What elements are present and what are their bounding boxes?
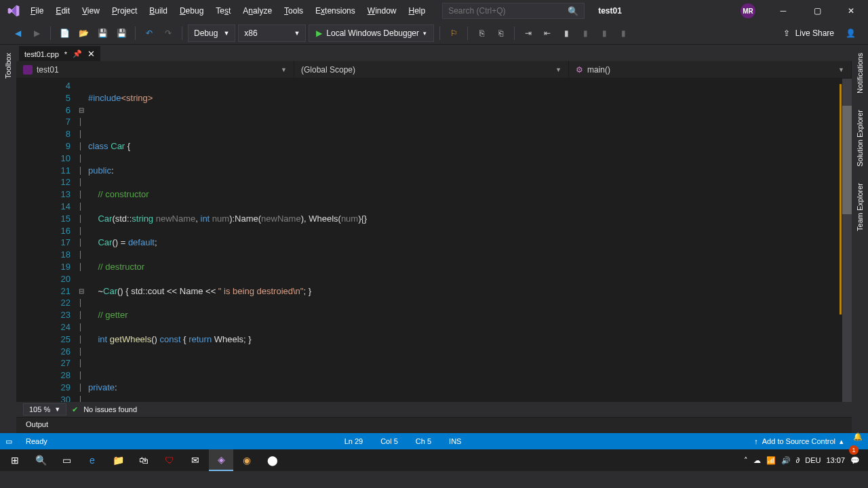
status-ins: INS (445, 437, 465, 445)
tray-notify-icon[interactable]: 💬 (850, 456, 860, 465)
account-button[interactable]: 👤 (842, 25, 859, 41)
menu-extensions[interactable]: Extensions (309, 2, 361, 20)
code-content[interactable]: #include<string> class Car { public: // … (88, 79, 842, 402)
menu-analyze[interactable]: Analyze (237, 2, 278, 20)
tab-label: test01.cpp (24, 50, 59, 58)
menu-tools[interactable]: Tools (278, 2, 309, 20)
mcafee-icon[interactable]: 🛡 (157, 449, 182, 471)
project-name: test01 (598, 6, 622, 16)
tb-icon-3[interactable]: ⎗ (492, 25, 509, 41)
status-icon: ▭ (5, 437, 12, 446)
tray-chevron-icon[interactable]: ˄ (744, 456, 748, 465)
redo-button[interactable]: ↷ (160, 25, 176, 41)
live-share-button[interactable]: ⇪ Live Share (778, 28, 840, 38)
code-editor[interactable]: 4567891011121314151617181920212223242526… (16, 79, 852, 402)
tray-time[interactable]: 13:07 (826, 456, 845, 464)
run-button[interactable]: ▶Local Windows Debugger▾ (309, 24, 434, 42)
menu-edit[interactable]: Edit (50, 2, 76, 20)
right-rail: Notifications Solution Explorer Team Exp… (852, 45, 868, 433)
save-all-button[interactable]: 💾 (113, 25, 130, 41)
tray-onedrive-icon[interactable]: ∂ (796, 456, 800, 464)
status-col: Col 5 (376, 437, 402, 445)
menu-debug[interactable]: Debug (174, 2, 210, 20)
status-ready: Ready (22, 437, 52, 445)
menu-window[interactable]: Window (361, 2, 403, 20)
tray-cloud-icon[interactable]: ☁ (753, 456, 761, 465)
tab-bar: test01.cpp * 📌 ✕ (16, 45, 852, 61)
ok-icon: ✔ (72, 405, 78, 414)
store-icon[interactable]: 🛍 (132, 449, 156, 471)
menu-build[interactable]: Build (143, 2, 174, 20)
fold-margin[interactable]: ⊟│││││││││││││ ⊟││││││││││ (79, 79, 88, 402)
comment-button[interactable]: ▮ (558, 25, 574, 41)
toolbox-tab[interactable]: Toolbox (4, 50, 12, 81)
save-button[interactable]: 💾 (94, 25, 111, 41)
avatar[interactable]: MR (741, 3, 755, 18)
menu-view[interactable]: View (76, 2, 106, 20)
issues-text: No issues found (83, 405, 137, 413)
outdent-button[interactable]: ⇤ (539, 25, 555, 41)
tray-volume-icon[interactable]: 🔊 (781, 456, 791, 465)
edge-icon[interactable]: e (80, 449, 104, 471)
vs-icon[interactable]: ◈ (209, 449, 233, 471)
toolbar: ◀ ▶ 📄 📂 💾 💾 ↶ ↷ Debug▼ x86▼ ▶Local Windo… (0, 22, 868, 45)
output-panel[interactable]: Output (16, 417, 852, 433)
explorer-icon[interactable]: 📁 (106, 449, 130, 471)
notification-bell-icon[interactable]: 🔔1 (853, 432, 863, 451)
open-button[interactable]: 📂 (75, 25, 92, 41)
start-button[interactable]: ⊞ (3, 449, 27, 471)
scroll-thumb[interactable] (842, 106, 852, 214)
solution-explorer-tab[interactable]: Solution Explorer (856, 107, 864, 169)
status-ln: Ln 29 (340, 437, 368, 445)
file-tab[interactable]: test01.cpp * 📌 ✕ (19, 46, 100, 61)
team-explorer-tab[interactable]: Team Explorer (856, 180, 864, 234)
scrollbar[interactable] (842, 79, 852, 402)
menu-items: File Edit View Project Build Debug Test … (24, 2, 431, 20)
nav-fwd-button[interactable]: ▶ (28, 25, 45, 41)
platform-dropdown[interactable]: x86▼ (238, 24, 306, 42)
minimize-button[interactable]: ─ (769, 0, 797, 22)
tb-icon-2[interactable]: ⎘ (473, 25, 490, 41)
search-icon[interactable]: 🔍 (568, 6, 578, 16)
source-control-button[interactable]: ↑ Add to Source Control ▴ (754, 437, 844, 446)
search-button[interactable]: 🔍 (28, 449, 53, 471)
maximize-button[interactable]: ▢ (803, 0, 831, 22)
tray-lang[interactable]: DEU (805, 456, 821, 464)
indent-button[interactable]: ⇥ (520, 25, 536, 41)
taskbar: ⊞ 🔍 ▭ e 📁 🛍 🛡 ✉ ◈ ◉ ⬤ ˄ ☁ 📶 🔊 ∂ DEU 13:0… (0, 449, 868, 471)
menu-test[interactable]: Test (210, 2, 237, 20)
nav-back-button[interactable]: ◀ (9, 25, 26, 41)
menu-file[interactable]: File (24, 2, 50, 20)
nav-func[interactable]: ⚙main()▼ (569, 61, 852, 78)
search-box[interactable]: 🔍 (442, 3, 585, 19)
nav-project[interactable]: test01▼ (16, 61, 294, 78)
line-gutter: 4567891011121314151617181920212223242526… (16, 79, 79, 402)
vs-logo (3, 0, 24, 22)
tray-wifi-icon[interactable]: 📶 (766, 456, 776, 465)
menubar: File Edit View Project Build Debug Test … (0, 0, 868, 22)
app-icon-1[interactable]: ◉ (235, 449, 259, 471)
nav-bar: test01▼ (Global Scope)▼ ⚙main()▼ (16, 61, 852, 79)
tb-icon-5[interactable]: ▮ (596, 25, 612, 41)
new-project-button[interactable]: 📄 (56, 25, 73, 41)
nav-scope[interactable]: (Global Scope)▼ (294, 61, 569, 78)
close-tab-icon[interactable]: ✕ (87, 49, 95, 59)
tb-icon-1[interactable]: ⚐ (446, 25, 462, 41)
menu-help[interactable]: Help (402, 2, 431, 20)
tb-icon-4[interactable]: ▮ (577, 25, 593, 41)
close-button[interactable]: ✕ (837, 0, 865, 22)
menu-project[interactable]: Project (106, 2, 143, 20)
cpp-icon (23, 65, 33, 75)
config-dropdown[interactable]: Debug▼ (188, 24, 235, 42)
mail-icon[interactable]: ✉ (183, 449, 208, 471)
pin-icon[interactable]: 📌 (73, 49, 82, 58)
obs-icon[interactable]: ⬤ (260, 449, 285, 471)
tb-icon-6[interactable]: ▮ (615, 25, 631, 41)
statusbar: ▭ Ready Ln 29 Col 5 Ch 5 INS ↑ Add to So… (0, 433, 868, 449)
search-input[interactable] (448, 6, 568, 16)
task-view-button[interactable]: ▭ (54, 449, 79, 471)
notifications-tab[interactable]: Notifications (856, 50, 864, 96)
undo-button[interactable]: ↶ (141, 25, 157, 41)
zoom-dropdown[interactable]: 105 % ▼ (23, 403, 66, 415)
editor-footer: 105 % ▼ ✔ No issues found (16, 402, 852, 417)
